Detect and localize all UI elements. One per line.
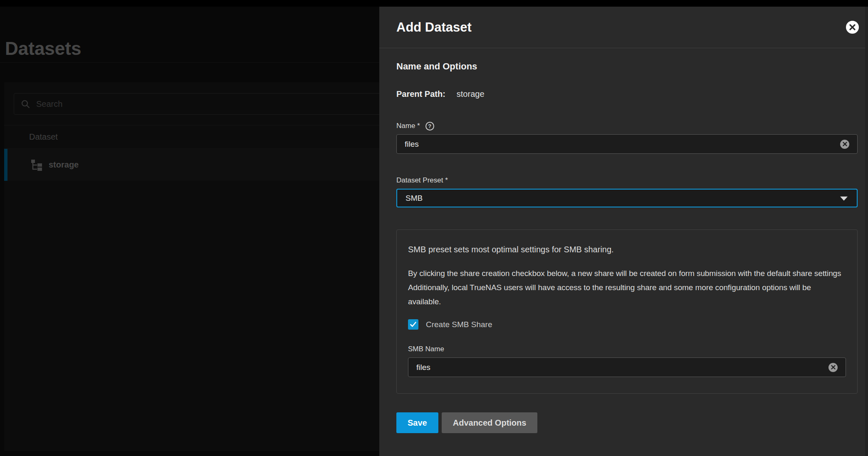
- panel-scrollbar[interactable]: [865, 7, 868, 456]
- name-input[interactable]: [396, 134, 858, 154]
- name-field-label: Name *: [396, 121, 420, 131]
- panel-header: Add Dataset: [379, 7, 868, 48]
- close-button[interactable]: [846, 21, 859, 34]
- smb-name-input-wrap: [408, 357, 846, 377]
- name-field-group: Name * ?: [396, 121, 858, 154]
- help-icon[interactable]: ?: [425, 122, 434, 131]
- section-title: Name and Options: [396, 61, 858, 72]
- chevron-down-icon: [840, 196, 848, 200]
- panel-body: Name and Options Parent Path: storage Na…: [379, 48, 868, 450]
- name-input-wrap: [396, 134, 858, 154]
- clear-smb-name-icon[interactable]: [828, 363, 838, 372]
- add-dataset-panel: Add Dataset Name and Options Parent Path…: [379, 7, 868, 456]
- form-actions: Save Advanced Options: [396, 412, 858, 450]
- create-smb-share-label: Create SMB Share: [426, 320, 492, 329]
- datasets-page: Datasets Dataset storage: [0, 7, 379, 456]
- preset-field-label: Dataset Preset *: [396, 176, 448, 185]
- smb-name-label: SMB Name: [408, 345, 444, 354]
- dataset-preset-value: SMB: [406, 194, 423, 203]
- checkmark-icon: [410, 322, 416, 327]
- smb-preset-card: SMB preset sets most optimal settings fo…: [396, 229, 858, 394]
- create-smb-share-checkbox[interactable]: [408, 319, 418, 330]
- parent-path-label: Parent Path:: [396, 89, 445, 99]
- preset-field-group: Dataset Preset * SMB: [396, 176, 858, 207]
- parent-path-value: storage: [457, 89, 485, 99]
- clear-name-icon[interactable]: [840, 140, 849, 149]
- advanced-options-button[interactable]: Advanced Options: [442, 412, 538, 433]
- smb-name-label-row: SMB Name: [408, 345, 846, 354]
- smb-name-input[interactable]: [408, 357, 846, 377]
- parent-path-row: Parent Path: storage: [396, 89, 858, 99]
- modal-backdrop[interactable]: [0, 7, 379, 456]
- smb-card-description: By clicking the share creation checkbox …: [408, 266, 846, 309]
- preset-label-row: Dataset Preset *: [396, 176, 858, 185]
- create-smb-share-row[interactable]: Create SMB Share: [408, 319, 846, 330]
- save-button[interactable]: Save: [396, 412, 438, 433]
- panel-title: Add Dataset: [396, 20, 846, 35]
- close-icon: [849, 24, 856, 30]
- dataset-preset-select[interactable]: SMB: [396, 189, 858, 207]
- smb-name-field-group: SMB Name: [408, 345, 846, 377]
- name-label-row: Name * ?: [396, 121, 858, 131]
- smb-card-intro: SMB preset sets most optimal settings fo…: [408, 242, 846, 256]
